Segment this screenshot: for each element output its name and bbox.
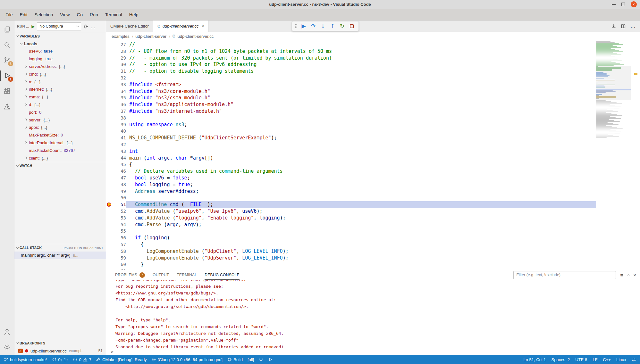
menu-run[interactable]: Run bbox=[86, 9, 102, 20]
activity-extensions[interactable] bbox=[0, 83, 14, 99]
close-panel-button[interactable]: × bbox=[633, 273, 636, 277]
gutter[interactable] bbox=[106, 221, 113, 228]
code-text[interactable]: } bbox=[126, 261, 596, 268]
variable-row[interactable]: internet:{...} bbox=[14, 86, 106, 93]
gutter[interactable] bbox=[106, 168, 113, 175]
activity-source-control[interactable]: 6 bbox=[0, 53, 14, 68]
variable-row[interactable]: client:{...} bbox=[14, 154, 106, 162]
gutter[interactable] bbox=[106, 108, 113, 115]
code-text[interactable]: LogComponentEnable ("UdpServer", LOG_LEV… bbox=[126, 255, 596, 261]
variable-row[interactable]: logging:true bbox=[14, 55, 106, 63]
line-number[interactable]: 29 bbox=[113, 55, 126, 62]
menu-file[interactable]: File bbox=[2, 9, 16, 20]
cmake-build-button[interactable]: Build bbox=[227, 357, 243, 362]
gutter[interactable] bbox=[106, 48, 113, 55]
gutter[interactable] bbox=[106, 61, 113, 68]
activity-search[interactable] bbox=[0, 37, 14, 53]
code-text[interactable]: cmd.AddValue ("logging", "Enable logging… bbox=[126, 215, 596, 221]
close-tab-icon[interactable]: × bbox=[202, 23, 205, 29]
gutter[interactable] bbox=[106, 55, 113, 62]
code-text[interactable] bbox=[126, 141, 596, 148]
line-number[interactable]: 48 bbox=[113, 181, 126, 188]
code-text[interactable]: using namespace ns3; bbox=[126, 121, 596, 128]
close-button[interactable]: × bbox=[631, 1, 637, 7]
code-text[interactable]: #include "ns3/applications-module.h" bbox=[126, 101, 596, 108]
breadcrumb-segment[interactable]: examples bbox=[112, 34, 130, 39]
code-text[interactable]: bool useV6 = false; bbox=[126, 175, 596, 181]
line-number[interactable]: 54 bbox=[113, 221, 126, 228]
code-text[interactable]: // Declare variables used in command-lin… bbox=[126, 168, 596, 175]
debug-settings-gear[interactable] bbox=[83, 24, 88, 29]
expand-chevron-icon[interactable] bbox=[23, 140, 29, 145]
breakpoint-row[interactable]: ✓ udp-client-server.cc exampl... 51 bbox=[14, 347, 106, 355]
variable-row[interactable]: server:{...} bbox=[14, 116, 106, 124]
minimap[interactable] bbox=[596, 41, 631, 270]
line-number[interactable]: 44 bbox=[113, 155, 126, 161]
cmake-kit[interactable]: [Clang 12.0.0 x86_64-pc-linux-gnu] bbox=[152, 357, 223, 362]
line-number[interactable]: 46 bbox=[113, 168, 126, 175]
menu-help[interactable]: Help bbox=[126, 9, 142, 20]
gutter[interactable] bbox=[106, 128, 113, 135]
line-number[interactable]: 55 bbox=[113, 228, 126, 235]
variables-section-header[interactable]: VARIABLES bbox=[14, 32, 106, 40]
line-number[interactable]: 60 bbox=[113, 261, 126, 268]
expand-chevron-icon[interactable] bbox=[23, 125, 29, 130]
debug-status[interactable] bbox=[259, 357, 263, 362]
activity-run-debug[interactable]: 1 bbox=[0, 68, 14, 83]
restart-button[interactable]: ↻ bbox=[338, 22, 346, 30]
activity-settings[interactable] bbox=[0, 340, 14, 355]
code-text[interactable]: Address serverAddress; bbox=[126, 188, 596, 195]
gutter[interactable] bbox=[106, 208, 113, 215]
expand-chevron-icon[interactable] bbox=[23, 155, 29, 161]
code-text[interactable]: #include "ns3/csma-module.h" bbox=[126, 95, 596, 101]
line-number[interactable]: 36 bbox=[113, 101, 126, 108]
variable-row[interactable]: maxPacketCount:32767 bbox=[14, 146, 106, 154]
line-number[interactable]: 53 bbox=[113, 215, 126, 221]
debug-console-input[interactable]: > bbox=[106, 348, 640, 355]
line-number[interactable]: 45 bbox=[113, 161, 126, 168]
gutter[interactable] bbox=[106, 135, 113, 141]
gutter[interactable] bbox=[106, 68, 113, 75]
menu-view[interactable]: View bbox=[56, 9, 73, 20]
code-text[interactable]: #include "ns3/internet-module.h" bbox=[126, 108, 596, 115]
variable-row[interactable]: n:{...} bbox=[14, 78, 106, 86]
gutter[interactable] bbox=[106, 261, 113, 268]
line-number[interactable]: 58 bbox=[113, 248, 126, 255]
code-text[interactable] bbox=[126, 268, 596, 270]
maximize-button[interactable] bbox=[621, 3, 625, 6]
breakpoints-section-header[interactable]: BREAKPOINTS bbox=[14, 339, 106, 347]
code-text[interactable]: // - option to disable logging statement… bbox=[126, 68, 596, 75]
line-number[interactable]: 34 bbox=[113, 88, 126, 95]
split-editor-button[interactable] bbox=[621, 24, 626, 29]
code-text[interactable] bbox=[126, 228, 596, 235]
expand-chevron-icon[interactable] bbox=[23, 64, 29, 69]
line-number[interactable]: 41 bbox=[113, 135, 126, 141]
menu-go[interactable]: Go bbox=[73, 9, 86, 20]
gutter[interactable] bbox=[106, 181, 113, 188]
expand-chevron-icon[interactable] bbox=[23, 102, 29, 107]
line-number[interactable]: 35 bbox=[113, 95, 126, 101]
code-editor[interactable]: 27//28// - UDP flow from n0 to n1 of 102… bbox=[106, 41, 640, 270]
tab-problems[interactable]: PROBLEMS 7 bbox=[115, 270, 145, 280]
gutter[interactable] bbox=[106, 121, 113, 128]
code-text[interactable]: NS_LOG_COMPONENT_DEFINE ("UdpClientServe… bbox=[126, 135, 596, 141]
gutter[interactable] bbox=[106, 248, 113, 255]
more-actions-icon[interactable]: … bbox=[630, 24, 636, 29]
line-number[interactable]: 51 bbox=[113, 201, 126, 208]
tab-cmake-cache-editor[interactable]: CMake Cache Editor bbox=[106, 21, 153, 32]
gutter[interactable] bbox=[106, 88, 113, 95]
cmake-build-target[interactable]: [all] bbox=[248, 357, 254, 362]
gutter[interactable] bbox=[106, 81, 113, 88]
line-number[interactable]: 56 bbox=[113, 235, 126, 241]
gutter[interactable] bbox=[106, 115, 113, 121]
encoding-status[interactable]: UTF-8 bbox=[575, 357, 587, 362]
launch-status[interactable] bbox=[268, 357, 273, 362]
code-text[interactable]: cmd.AddValue ("useIpv6", "Use Ipv6", use… bbox=[126, 208, 596, 215]
tab-terminal[interactable]: TERMINAL bbox=[177, 270, 197, 280]
gutter[interactable] bbox=[106, 201, 113, 208]
step-over-button[interactable]: ↷ bbox=[309, 22, 317, 30]
line-number[interactable]: 37 bbox=[113, 108, 126, 115]
gutter[interactable] bbox=[106, 148, 113, 155]
line-number[interactable]: 50 bbox=[113, 194, 126, 201]
console-options-icon[interactable]: ≡ bbox=[620, 273, 623, 277]
